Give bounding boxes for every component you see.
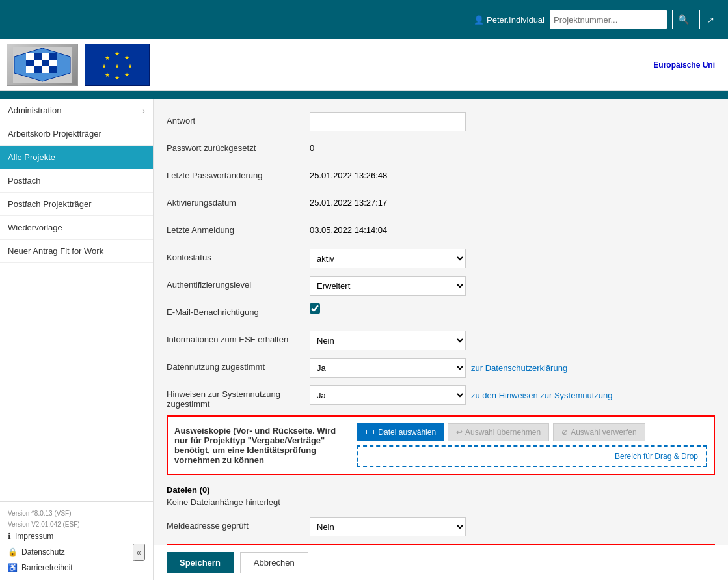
datenschutz-link[interactable]: 🔒 Datenschutz xyxy=(8,545,73,559)
bayern-logo xyxy=(7,44,78,86)
sidebar-label-postfach: Postfach xyxy=(8,176,41,186)
sidebar-collapse-button[interactable]: « xyxy=(133,544,145,561)
svg-text:★: ★ xyxy=(115,63,120,70)
teal-banner xyxy=(0,91,728,99)
select-esf-info[interactable]: Ja Nein xyxy=(310,331,466,350)
control-datennutzung: Ja Nein zur Datenschutzerklärung xyxy=(310,358,715,378)
top-header: 👤 Peter.Individual 🔍 ↗ xyxy=(0,0,728,39)
save-button[interactable]: Speichern xyxy=(167,552,234,573)
sidebar-item-postfach-pt[interactable]: Postfach Projektträger xyxy=(0,193,153,216)
form-row-antwort: Antwort xyxy=(167,112,715,133)
svg-text:★: ★ xyxy=(124,55,129,61)
svg-text:★: ★ xyxy=(124,72,129,78)
ausweiskopie-drag-drop[interactable]: Bereich für Drag & Drop xyxy=(357,445,707,467)
value-letzte-anmeldung: 03.05.2022 14:14:04 xyxy=(310,221,387,235)
select-meldeadresse[interactable]: Ja Nein xyxy=(310,517,466,536)
accept-icon: ↩ xyxy=(456,428,463,437)
sidebar-version2: Version V2.01.042 (ESF) xyxy=(8,518,145,529)
sidebar-label-administration: Administration xyxy=(8,105,61,115)
svg-rect-4 xyxy=(42,53,49,60)
label-passwort-reset: Passwort zurückgesetzt xyxy=(167,139,310,153)
svg-text:★: ★ xyxy=(128,63,133,70)
control-kontostatus: aktiv inaktiv xyxy=(310,249,715,268)
ausweiskopie-accept-button[interactable]: ↩ Auswahl übernehmen xyxy=(448,423,549,441)
svg-rect-11 xyxy=(34,66,42,73)
svg-rect-10 xyxy=(26,66,34,73)
sidebar-label-arbeitskorb: Arbeitskorb Projektträger xyxy=(8,129,101,139)
sidebar-footer-row: ℹ Impressum 🔒 Datenschutz ♿ Barrierefrei… xyxy=(8,529,145,575)
form-row-email-benachrichtigung: E-Mail-Benachrichtigung xyxy=(167,303,715,324)
control-letzte-anmeldung: 03.05.2022 14:14:04 xyxy=(310,221,715,235)
bottom-bar: Speichern Abbrechen xyxy=(154,545,728,580)
info-icon: ℹ xyxy=(8,532,11,541)
select-kontostatus[interactable]: aktiv inaktiv xyxy=(310,249,466,268)
form-row-kontostatus: Kontostatus aktiv inaktiv xyxy=(167,249,715,269)
label-aktivierung: Aktivierungsdatum xyxy=(167,194,310,208)
svg-text:★: ★ xyxy=(105,72,110,78)
barriere-link[interactable]: ♿ Barrierefreiheit xyxy=(8,560,73,575)
form-row-systemnutzung: Hinweisen zur Systemnutzung zugestimmt J… xyxy=(167,385,715,409)
lock-icon: 🔒 xyxy=(8,547,18,557)
svg-rect-5 xyxy=(49,53,57,60)
cancel-button[interactable]: Abbrechen xyxy=(240,552,308,573)
select-systemnutzung[interactable]: Ja Nein xyxy=(310,385,466,405)
sidebar-item-administration[interactable]: Administration › xyxy=(0,99,153,122)
impressum-link[interactable]: ℹ Impressum xyxy=(8,529,73,544)
sidebar-item-alle-projekte[interactable]: Alle Projekte xyxy=(0,146,153,169)
eu-logo: ★ ★ ★ ★ ★ ★ ★ ★ ★ xyxy=(85,44,150,86)
plus-icon: + xyxy=(364,428,369,437)
label-kontostatus: Kontostatus xyxy=(167,249,310,262)
reject-icon: ⊘ xyxy=(561,428,568,437)
logo-area: ★ ★ ★ ★ ★ ★ ★ ★ ★ xyxy=(7,44,150,86)
label-systemnutzung: Hinweisen zur Systemnutzung zugestimmt xyxy=(167,385,310,409)
files-title: Dateien (0) xyxy=(167,485,715,495)
ausweiskopie-reject-button[interactable]: ⊘ Auswahl verwerfen xyxy=(553,423,645,441)
control-antwort xyxy=(310,112,715,131)
label-letzte-passwort: Letzte Passwortänderung xyxy=(167,167,310,180)
sidebar: Administration › Arbeitskorb Projektträg… xyxy=(0,99,154,580)
label-antwort: Antwort xyxy=(167,112,310,126)
user-info: 👤 Peter.Individual xyxy=(474,15,545,25)
sidebar-item-postfach[interactable]: Postfach xyxy=(0,169,153,193)
label-datennutzung: Datennutzung zugestimmt xyxy=(167,358,310,372)
label-email-benachrichtigung: E-Mail-Benachrichtigung xyxy=(167,303,310,317)
extra-button[interactable]: ↗ xyxy=(699,10,721,29)
sidebar-version1: Version ^8.0.13 (VSF) xyxy=(8,507,145,518)
input-antwort[interactable] xyxy=(310,112,466,131)
form-row-meldeadresse: Meldeadresse geprüft Ja Nein xyxy=(167,517,715,538)
search-button[interactable]: 🔍 xyxy=(672,10,694,29)
drag-drop-label-ausweiskopie: Bereich für Drag & Drop xyxy=(615,452,698,461)
svg-rect-6 xyxy=(26,60,34,66)
systemnutzung-link-form[interactable]: zu den Hinweisen zur Systemnutzung xyxy=(471,391,613,400)
control-passwort-reset: 0 xyxy=(310,139,715,153)
form-row-letzte-passwort: Letzte Passwortänderung 25.01.2022 13:26… xyxy=(167,167,715,187)
control-meldeadresse: Ja Nein xyxy=(310,517,715,536)
svg-rect-9 xyxy=(49,60,57,66)
sidebar-item-neuer-antrag[interactable]: Neuer Antrag Fit for Work xyxy=(0,240,153,263)
ausweiskopie-upload-section: Ausweiskopie (Vor- und Rückseite. Wird n… xyxy=(167,415,715,475)
user-icon: 👤 xyxy=(474,15,484,25)
form-row-datennutzung: Datennutzung zugestimmt Ja Nein zur Date… xyxy=(167,358,715,379)
project-number-input[interactable] xyxy=(550,10,667,29)
value-aktivierung: 25.01.2022 13:27:17 xyxy=(310,194,387,208)
ausweiskopie-select-label: + Datei auswählen xyxy=(371,428,436,437)
sidebar-label-postfach-pt: Postfach Projektträger xyxy=(8,199,92,209)
ausweiskopie-select-button[interactable]: + + Datei auswählen xyxy=(357,423,444,441)
datenschutz-link-form[interactable]: zur Datenschutzerklärung xyxy=(471,363,567,373)
checkbox-email-benachrichtigung[interactable] xyxy=(310,303,320,314)
form-row-letzte-anmeldung: Letzte Anmeldung 03.05.2022 14:14:04 xyxy=(167,221,715,242)
svg-text:★: ★ xyxy=(115,51,120,57)
control-systemnutzung: Ja Nein zu den Hinweisen zur Systemnutzu… xyxy=(310,385,715,405)
select-datennutzung[interactable]: Ja Nein xyxy=(310,358,466,378)
select-authentifizierung[interactable]: Basis Erweitert xyxy=(310,276,466,296)
svg-rect-13 xyxy=(49,66,57,73)
sidebar-item-arbeitskorb[interactable]: Arbeitskorb Projektträger xyxy=(0,122,153,146)
sidebar-label-neuer-antrag: Neuer Antrag Fit for Work xyxy=(8,246,103,256)
svg-rect-7 xyxy=(34,60,42,66)
sidebar-item-wiedervorlage[interactable]: Wiedervorlage xyxy=(0,216,153,240)
content-area: Antwort Passwort zurückgesetzt 0 Letzte … xyxy=(154,99,728,545)
sidebar-nav: Administration › Arbeitskorb Projektträg… xyxy=(0,99,153,501)
datenschutz-label: Datenschutz xyxy=(21,547,65,557)
username-label: Peter.Individual xyxy=(487,15,545,25)
label-letzte-anmeldung: Letzte Anmeldung xyxy=(167,221,310,235)
